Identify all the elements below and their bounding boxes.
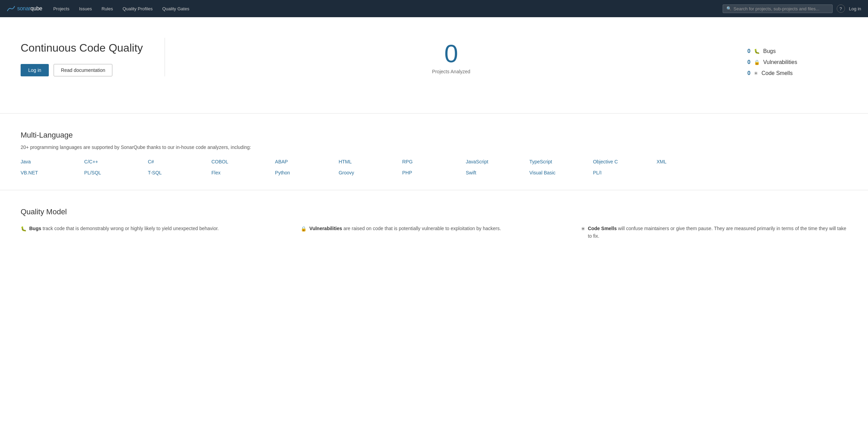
- stat-code-smells: 0 ✳ Code Smells: [744, 70, 847, 76]
- lang-rpg[interactable]: RPG: [402, 158, 466, 165]
- search-box[interactable]: 🔍: [723, 4, 833, 13]
- lang-cpp[interactable]: C/C++: [84, 158, 148, 165]
- hero-stats: 0 🐛 Bugs 0 🔒 Vulnerabilities 0 ✳ Code Sm…: [737, 38, 847, 76]
- bugs-card-desc: track code that is demonstrably wrong or…: [41, 226, 219, 231]
- navbar-right: 🔍 ? Log in: [723, 4, 861, 13]
- bugs-card-header: 🐛 Bugs track code that is demonstrably w…: [21, 225, 287, 233]
- lang-vbnet[interactable]: VB.NET: [21, 169, 84, 176]
- multilang-desc: 20+ programming languages are supported …: [21, 144, 847, 150]
- vuln-card-text: Vulnerabilities are raised on code that …: [309, 225, 501, 232]
- nav-quality-gates[interactable]: Quality Gates: [158, 0, 193, 17]
- projects-count: 0: [444, 41, 458, 66]
- quality-model-section: Quality Model 🐛 Bugs track code that is …: [0, 190, 868, 262]
- lang-java[interactable]: Java: [21, 158, 84, 165]
- hero-section: Continuous Code Quality Log in Read docu…: [0, 17, 868, 114]
- vuln-card-header: 🔒 Vulnerabilities are raised on code tha…: [301, 225, 567, 233]
- bugs-label: Bugs: [763, 48, 776, 54]
- nav-login-link[interactable]: Log in: [849, 6, 861, 11]
- lang-swift[interactable]: Swift: [466, 169, 530, 176]
- lang-xml[interactable]: XML: [657, 158, 720, 165]
- vuln-card-bold: Vulnerabilities: [309, 226, 342, 231]
- multilang-section: Multi-Language 20+ programming languages…: [0, 114, 868, 190]
- lang-groovy[interactable]: Groovy: [338, 169, 402, 176]
- stat-bugs: 0 🐛 Bugs: [744, 48, 847, 54]
- lang-visualbasic[interactable]: Visual Basic: [530, 169, 593, 176]
- lang-objectivec[interactable]: Objective C: [593, 158, 657, 165]
- bugs-card-bold: Bugs: [29, 226, 41, 231]
- lang-plsql[interactable]: PL/SQL: [84, 169, 148, 176]
- smells-card-header: ✳ Code Smells will confuse maintainers o…: [581, 225, 847, 240]
- nav-quality-profiles[interactable]: Quality Profiles: [119, 0, 157, 17]
- nav-links: Projects Issues Rules Quality Profiles Q…: [49, 0, 723, 17]
- bugs-card-text: Bugs track code that is demonstrably wro…: [29, 225, 219, 232]
- quality-card-smells: ✳ Code Smells will confuse maintainers o…: [581, 225, 847, 241]
- bugs-card-icon: 🐛: [21, 225, 26, 233]
- lang-javascript[interactable]: JavaScript: [466, 158, 530, 165]
- search-icon: 🔍: [726, 6, 732, 11]
- vuln-card-desc: are raised on code that is potentially v…: [342, 226, 501, 231]
- hero-left: Continuous Code Quality Log in Read docu…: [21, 38, 165, 76]
- bugs-icon: 🐛: [754, 49, 760, 54]
- lang-pli[interactable]: PL/I: [593, 169, 657, 176]
- smells-card-text: Code Smells will confuse maintainers or …: [588, 225, 847, 240]
- smells-card-bold: Code Smells: [588, 226, 617, 231]
- hero-title: Continuous Code Quality: [21, 41, 144, 54]
- lang-cobol[interactable]: COBOL: [211, 158, 275, 165]
- smells-card-desc: will confuse maintainers or give them pa…: [588, 226, 846, 239]
- search-input[interactable]: [734, 6, 829, 11]
- smells-count: 0: [744, 70, 750, 76]
- navbar: sonarqube Projects Issues Rules Quality …: [0, 0, 868, 17]
- projects-label: Projects Analyzed: [432, 69, 470, 74]
- hero-center: 0 Projects Analyzed: [165, 38, 737, 78]
- lang-typescript[interactable]: TypeScript: [530, 158, 593, 165]
- read-docs-button[interactable]: Read documentation: [54, 64, 112, 76]
- smells-icon: ✳: [754, 71, 758, 76]
- smells-label: Code Smells: [761, 70, 793, 76]
- bugs-count: 0: [744, 48, 750, 54]
- login-button[interactable]: Log in: [21, 64, 49, 76]
- multilang-title: Multi-Language: [21, 131, 847, 140]
- quality-model-title: Quality Model: [21, 207, 847, 216]
- vuln-card-icon: 🔒: [301, 225, 307, 233]
- quality-grid: 🐛 Bugs track code that is demonstrably w…: [21, 225, 847, 241]
- nav-projects[interactable]: Projects: [49, 0, 74, 17]
- hero-buttons: Log in Read documentation: [21, 64, 144, 76]
- lang-abap[interactable]: ABAP: [275, 158, 338, 165]
- nav-rules[interactable]: Rules: [97, 0, 117, 17]
- lang-csharp[interactable]: C#: [148, 158, 211, 165]
- languages-grid: Java C/C++ C# COBOL ABAP HTML RPG JavaSc…: [21, 158, 847, 176]
- lang-flex[interactable]: Flex: [211, 169, 275, 176]
- help-button[interactable]: ?: [837, 4, 845, 13]
- brand-text: sonarqube: [17, 6, 42, 12]
- lang-html[interactable]: HTML: [338, 158, 402, 165]
- lang-tsql[interactable]: T-SQL: [148, 169, 211, 176]
- nav-issues[interactable]: Issues: [75, 0, 96, 17]
- lang-php[interactable]: PHP: [402, 169, 466, 176]
- brand[interactable]: sonarqube: [7, 5, 42, 12]
- quality-card-vuln: 🔒 Vulnerabilities are raised on code tha…: [301, 225, 567, 241]
- vuln-icon: 🔒: [754, 60, 760, 65]
- quality-card-bugs: 🐛 Bugs track code that is demonstrably w…: [21, 225, 287, 241]
- vuln-count: 0: [744, 59, 750, 65]
- stat-vulnerabilities: 0 🔒 Vulnerabilities: [744, 59, 847, 65]
- vuln-label: Vulnerabilities: [763, 59, 797, 65]
- lang-python[interactable]: Python: [275, 169, 338, 176]
- smells-card-icon: ✳: [581, 225, 585, 233]
